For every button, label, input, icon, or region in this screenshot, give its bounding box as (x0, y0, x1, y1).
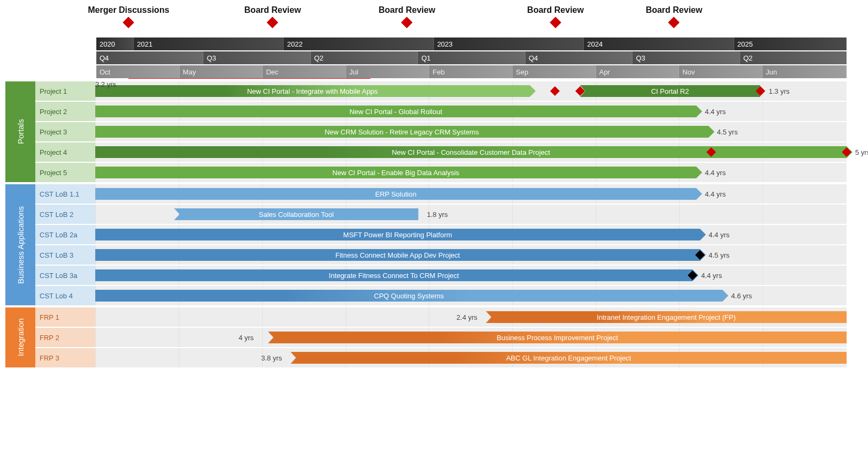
row-label: Project 4 (35, 142, 95, 162)
milestone-label: Merger Discussions (88, 5, 169, 15)
bar-label: ERP Solution (372, 190, 420, 198)
gantt-bar: Business Process Improvement Project (268, 332, 847, 343)
row-label: FRP 1 (35, 307, 95, 327)
milestone-marker: Board Review (527, 5, 584, 29)
row-chart: New CI Portal - Enable Big Data Analysis… (95, 163, 847, 182)
diamond-icon (549, 16, 562, 29)
row-label: CST Lob 4 (35, 286, 95, 305)
diamond-icon (687, 270, 698, 281)
time-segment: 2023 (434, 37, 584, 50)
swimlane-row: Project 2New CI Portal - Global Rollout4… (35, 102, 847, 122)
bar-label: CPQ Quoting Systems (371, 292, 447, 300)
time-segment: Apr (596, 65, 680, 78)
gantt-bar: MSFT Power BI Reporting Platform (95, 229, 700, 240)
diamond-icon (122, 16, 135, 29)
swimlane-row: Project 5New CI Portal - Enable Big Data… (35, 163, 847, 182)
duration-label: 4.4 yrs (705, 190, 726, 198)
bar-label: Integrate Fitness Connect To CRM Project (325, 272, 462, 280)
gantt-bar: CPQ Quoting Systems (95, 290, 722, 302)
duration-label: 4.4 yrs (709, 231, 729, 239)
bar-label: Sales Collaboration Tool (256, 211, 337, 219)
time-segment: Q2 (311, 51, 418, 64)
milestone-label: Board Review (245, 5, 301, 15)
diamond-icon (695, 250, 705, 260)
time-segment: Feb (429, 65, 513, 78)
diamond-icon (706, 147, 717, 157)
milestone-marker: Board Review (245, 5, 301, 29)
row-chart: ERP Solution4.4 yrs (95, 184, 847, 204)
gantt-bar: New CI Portal - Enable Big Data Analysis (95, 167, 696, 178)
month-band: OctMayDecJulFebSepAprNovJun (96, 65, 847, 78)
swimlane-row: CST Lob 4CPQ Quoting Systems4.6 yrs (35, 286, 847, 305)
row-chart: Business Process Improvement Project4 yr… (95, 328, 847, 347)
gantt-bar: Integrate Fitness Connect To CRM Project (95, 269, 692, 281)
time-segment: May (180, 65, 263, 78)
swimlane-row: Project 4New CI Portal - Consolidate Cus… (35, 142, 847, 163)
gantt-bar: New CI Portal - Consolidate Customer Dat… (95, 146, 847, 158)
swimlane-row: Project 3New CRM Solution - Retire Legac… (35, 122, 847, 142)
swimlane-groups: PortalsProject 1New CI Portal - Integrat… (5, 81, 847, 367)
roadmap-gantt: Merger DiscussionsBoard ReviewBoard Revi… (0, 0, 868, 451)
diamond-icon (841, 147, 852, 157)
gantt-bar: New CI Portal - Global Rollout (95, 106, 696, 117)
bar-label: New CI Portal - Integrate with Mobile Ap… (244, 87, 381, 95)
duration-label: 4 yrs (239, 334, 254, 342)
milestone-label: Board Review (646, 5, 703, 15)
row-chart: New CRM Solution - Retire Legacy CRM Sys… (95, 122, 847, 141)
svg-marker-3 (550, 17, 561, 28)
milestone-header: Merger DiscussionsBoard ReviewBoard Revi… (96, 5, 847, 37)
swimlane-row: FRP 2Business Process Improvement Projec… (35, 328, 847, 348)
swimlane-row: CST LoB 2Sales Collaboration Tool1.8 yrs (35, 205, 847, 225)
diamond-icon (400, 16, 413, 29)
time-segment: Jun (763, 65, 847, 78)
milestone-label: Board Review (527, 5, 584, 15)
milestone-marker: Board Review (646, 5, 703, 29)
milestone-marker: Merger Discussions (88, 5, 169, 29)
duration-label: 4.4 yrs (701, 272, 722, 280)
quarter-band: Q4Q3Q2Q1Q4Q3Q2 (96, 51, 847, 64)
duration-label: 4.5 yrs (717, 128, 738, 136)
bar-label: Intranet Integration Engagement Project … (593, 313, 738, 321)
svg-marker-4 (668, 17, 680, 28)
svg-marker-2 (401, 17, 413, 28)
swimlane-row: FRP 1Intranet Integration Engagement Pro… (35, 307, 847, 328)
time-axis: 202020212022202320242025 Q4Q3Q2Q1Q4Q3Q2 … (96, 37, 847, 78)
duration-label: 4.6 yrs (731, 292, 752, 300)
row-label: CST LoB 3 (35, 245, 95, 265)
time-segment: Q1 (418, 51, 525, 64)
duration-label: 1.8 yrs (427, 211, 448, 219)
svg-marker-1 (267, 17, 279, 28)
gantt-bar: Intranet Integration Engagement Project … (486, 311, 847, 323)
duration-label: 4.4 yrs (705, 108, 726, 116)
svg-marker-9 (842, 147, 851, 157)
diamond-icon (755, 86, 766, 96)
gantt-bar: ERP Solution (95, 188, 696, 200)
row-label: Project 5 (35, 163, 95, 182)
gantt-bar: CI Portal R2 (580, 85, 760, 97)
row-label: Project 3 (35, 122, 95, 141)
bar-label: New CI Portal - Consolidate Customer Dat… (389, 148, 553, 156)
bar-label: MSFT Power BI Reporting Platform (340, 231, 455, 239)
bar-label: Business Process Improvement Project (493, 334, 621, 342)
svg-marker-6 (575, 86, 585, 96)
duration-label: 4.5 yrs (709, 251, 729, 259)
gantt-bar: New CRM Solution - Retire Legacy CRM Sys… (95, 126, 709, 138)
diamond-icon (266, 16, 279, 29)
row-chart: Fitness Connect Mobile App Dev Project4.… (95, 245, 847, 265)
swimlane-row: CST LoB 1.1ERP Solution4.4 yrs (35, 184, 847, 205)
time-segment: 2024 (584, 37, 734, 50)
milestone-label: Board Review (379, 5, 436, 15)
time-segment: Oct (96, 65, 180, 78)
time-segment: Q4 (96, 51, 203, 64)
row-label: Project 2 (35, 102, 95, 121)
time-segment: 2020 (96, 37, 134, 50)
duration-label: 4.4 yrs (705, 169, 726, 177)
bar-label: Fitness Connect Mobile App Dev Project (332, 251, 463, 259)
diamond-icon (550, 86, 560, 96)
svg-marker-8 (706, 147, 716, 157)
time-segment: 2021 (134, 37, 284, 50)
svg-marker-10 (695, 250, 705, 260)
group-body: CST LoB 1.1ERP Solution4.4 yrsCST LoB 2S… (35, 184, 847, 305)
gantt-bar: Sales Collaboration Tool (174, 208, 418, 220)
swimlane-row: CST LoB 2aMSFT Power BI Reporting Platfo… (35, 225, 847, 245)
